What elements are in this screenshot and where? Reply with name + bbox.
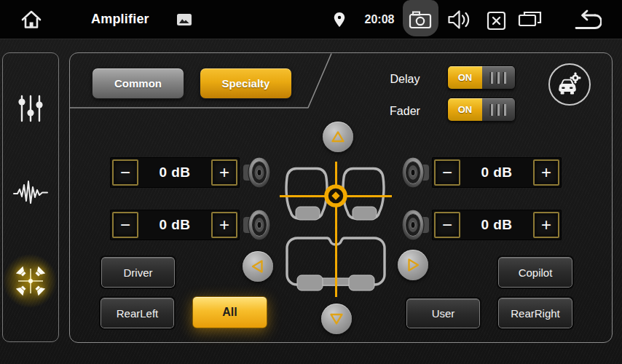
delay-label: Delay [374,70,436,89]
delay-toggle-on: ON [448,66,482,89]
volume-button[interactable] [446,9,473,30]
gain-rear-left-plus-button[interactable]: + [211,212,237,238]
delay-toggle[interactable]: ON [447,66,516,90]
page-title: Amplifier [91,0,149,39]
tab-specialty-label: Specialty [222,77,270,90]
sound-wave-icon [13,178,48,206]
fader-toggle-grip [482,98,515,121]
gain-rear-left-value: 0 dB [138,217,211,233]
gallery-button[interactable] [176,12,193,28]
gain-rear-left-minus-button[interactable]: − [112,212,138,238]
camera-icon [409,10,432,29]
preset-user-label: User [432,307,455,320]
fader-label: Fader [374,102,436,121]
gallery-icon [176,13,192,26]
speaker-front-right-icon [401,156,430,189]
sidebar-item-sound-effects[interactable] [3,178,58,206]
fader-up-button[interactable] [323,122,353,152]
sidebar-item-fader-balance[interactable] [3,264,58,301]
gain-rear-right-value: 0 dB [460,217,533,233]
preset-driver-button[interactable]: Driver [101,257,175,288]
sidebar-item-equalizer[interactable] [3,94,58,123]
fader-position-target[interactable] [321,181,350,210]
preset-rearleft-label: RearLeft [117,307,159,320]
gain-front-right: − 0 dB + [432,157,562,188]
volume-icon [447,9,472,30]
camera-button[interactable] [406,9,434,30]
gain-front-right-plus-button[interactable]: + [533,159,559,186]
recent-apps-button[interactable] [516,10,543,29]
arrow-down-icon [328,310,345,328]
clock: 20:08 [360,0,399,39]
sidebar [2,52,59,342]
preset-copilot-label: Copilot [519,266,553,279]
fader-left-button[interactable] [243,251,273,282]
home-button[interactable] [17,6,45,33]
fader-balance-icon [14,264,47,298]
home-icon [19,7,44,32]
location-button[interactable] [333,11,346,28]
fader-panel: Common Specialty Delay ON Fader ON [69,52,613,343]
gain-front-left-minus-button[interactable]: − [112,159,138,186]
tab-common-label: Common [114,77,162,90]
gain-rear-right-minus-button[interactable]: − [434,212,460,238]
fader-toggle-on: ON [448,98,482,121]
close-window-icon [487,11,506,31]
speaker-rear-right-icon [401,208,430,242]
delay-toggle-grip [482,66,515,89]
status-bar: Amplifier 20:08 [0,0,622,39]
preset-copilot-button[interactable]: Copilot [498,257,572,288]
fader-right-button[interactable] [398,250,428,280]
gain-rear-right: − 0 dB + [432,210,562,240]
arrow-up-icon [329,128,347,146]
preset-rearleft-button[interactable]: RearLeft [101,298,174,328]
preset-all-label: All [222,306,237,319]
close-window-button[interactable] [486,10,506,31]
preset-rearright-label: RearRight [511,307,560,320]
gain-front-right-value: 0 dB [460,165,533,181]
gain-front-left-plus-button[interactable]: + [211,159,237,186]
tab-common[interactable]: Common [92,68,184,99]
tab-specialty[interactable]: Specialty [200,68,292,99]
arrow-left-icon [249,258,267,275]
fader-toggle[interactable]: ON [447,98,516,122]
gain-front-left-value: 0 dB [138,165,211,181]
gain-rear-right-plus-button[interactable]: + [533,212,559,238]
gain-rear-left: − 0 dB + [110,210,240,240]
preset-driver-label: Driver [124,266,153,279]
recent-apps-icon [518,10,542,29]
gain-front-right-minus-button[interactable]: − [434,159,460,186]
fader-down-button[interactable] [321,304,352,334]
speaker-front-left-icon [243,156,272,189]
gain-front-left: − 0 dB + [110,157,240,188]
back-button[interactable] [570,9,602,31]
preset-user-button[interactable]: User [406,298,480,328]
arrow-right-icon [404,256,422,274]
preset-all-button[interactable]: All [192,296,267,328]
equalizer-icon [17,94,44,123]
location-pin-icon [334,12,345,28]
car-settings-button[interactable] [548,63,591,106]
amplifier-screen: Amplifier 20:08 [0,0,622,364]
speaker-rear-left-icon [243,208,272,242]
preset-rearright-button[interactable]: RearRight [498,298,572,328]
back-icon [571,9,602,31]
car-settings-icon [556,72,583,97]
